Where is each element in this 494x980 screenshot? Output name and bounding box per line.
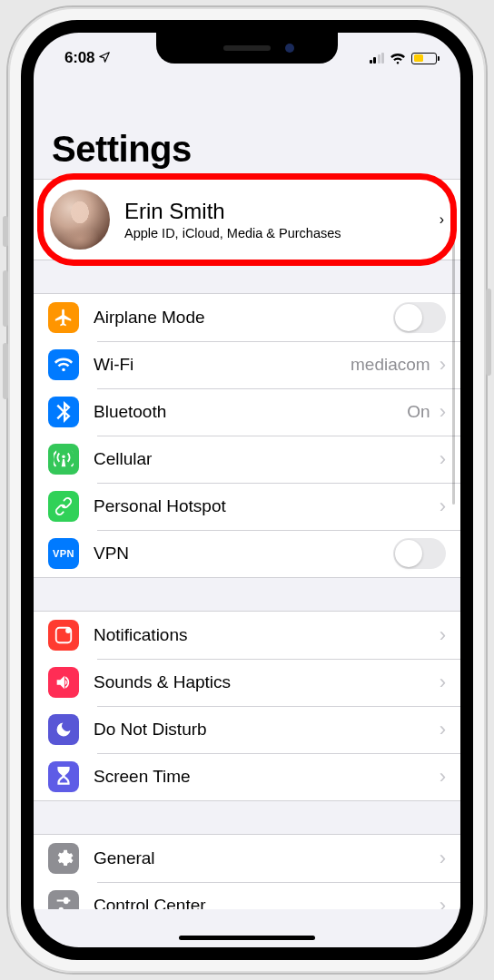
- wifi-status-icon: [390, 53, 406, 64]
- row-wifi[interactable]: Wi-Fi mediacom ›: [34, 341, 460, 388]
- bluetooth-icon: [48, 397, 79, 427]
- row-cellular[interactable]: Cellular ›: [34, 436, 460, 483]
- cellular-signal-icon: [370, 53, 385, 64]
- sliders-icon: [48, 890, 79, 909]
- row-label: Wi-Fi: [94, 355, 351, 375]
- chevron-right-icon: ›: [440, 449, 446, 469]
- chevron-right-icon: ›: [440, 720, 446, 740]
- chevron-right-icon: ›: [440, 496, 446, 516]
- screen: 6:08 Settings Erin Sm: [34, 33, 460, 947]
- row-label: Sounds & Haptics: [94, 672, 440, 692]
- row-label: Notifications: [94, 625, 440, 645]
- mute-switch: [3, 216, 8, 247]
- chevron-right-icon: ›: [440, 767, 446, 787]
- row-value: On: [407, 402, 430, 422]
- hourglass-icon: [48, 761, 79, 792]
- row-label: Bluetooth: [94, 402, 407, 422]
- wifi-icon: [48, 349, 79, 380]
- apple-id-name: Erin Smith: [124, 199, 440, 224]
- row-bluetooth[interactable]: Bluetooth On ›: [34, 388, 460, 436]
- svg-point-1: [65, 628, 71, 633]
- link-icon: [48, 491, 79, 522]
- volume-down-button: [3, 343, 8, 399]
- home-indicator[interactable]: [179, 936, 315, 940]
- volume-up-button: [3, 270, 8, 327]
- row-vpn[interactable]: VPN VPN: [34, 530, 460, 577]
- chevron-right-icon: ›: [440, 672, 446, 692]
- status-time: 6:08: [64, 49, 94, 67]
- phone-body: 6:08 Settings Erin Sm: [21, 20, 473, 960]
- moon-icon: [48, 714, 79, 745]
- row-sounds[interactable]: Sounds & Haptics ›: [34, 659, 460, 706]
- page-title: Settings: [34, 129, 460, 179]
- row-label: Control Center: [94, 896, 440, 909]
- settings-group-notifications: Notifications › Sounds & Haptics › Do No…: [34, 611, 460, 801]
- apple-id-subtitle: Apple ID, iCloud, Media & Purchases: [124, 226, 440, 240]
- gear-icon: [48, 843, 79, 874]
- apple-id-row[interactable]: Erin Smith Apple ID, iCloud, Media & Pur…: [34, 179, 460, 260]
- airplane-toggle[interactable]: [393, 302, 446, 333]
- row-airplane-mode[interactable]: Airplane Mode: [34, 294, 460, 341]
- row-label: General: [94, 848, 440, 868]
- chevron-right-icon: ›: [440, 211, 444, 228]
- chevron-right-icon: ›: [440, 402, 446, 422]
- settings-content: Settings Erin Smith Apple ID, iCloud, Me…: [34, 76, 460, 909]
- power-button: [486, 289, 491, 376]
- row-label: Personal Hotspot: [94, 496, 440, 516]
- row-label: VPN: [94, 544, 393, 564]
- row-label: Cellular: [94, 449, 440, 469]
- notification-icon: [48, 620, 79, 651]
- vpn-icon: VPN: [48, 538, 79, 569]
- battery-icon: [411, 53, 437, 64]
- notch: [156, 33, 338, 64]
- vpn-toggle[interactable]: [393, 538, 446, 569]
- speaker-icon: [48, 667, 79, 698]
- chevron-right-icon: ›: [440, 355, 446, 375]
- settings-group-connectivity: Airplane Mode Wi-Fi mediacom › Bluetooth: [34, 293, 460, 578]
- row-label: Do Not Disturb: [94, 720, 440, 740]
- avatar: [50, 190, 110, 250]
- apple-id-section: Erin Smith Apple ID, iCloud, Media & Pur…: [34, 179, 460, 260]
- row-label: Screen Time: [94, 767, 440, 787]
- row-value: mediacom: [351, 355, 430, 375]
- phone-frame: 6:08 Settings Erin Sm: [6, 5, 488, 975]
- chevron-right-icon: ›: [440, 896, 446, 909]
- chevron-right-icon: ›: [440, 625, 446, 645]
- row-screen-time[interactable]: Screen Time ›: [34, 753, 460, 800]
- scroll-indicator: [452, 214, 455, 505]
- row-general[interactable]: General ›: [34, 835, 460, 882]
- row-control-center[interactable]: Control Center ›: [34, 882, 460, 909]
- row-label: Airplane Mode: [94, 308, 393, 328]
- chevron-right-icon: ›: [440, 848, 446, 868]
- antenna-icon: [48, 444, 79, 475]
- location-icon: [98, 51, 111, 66]
- row-do-not-disturb[interactable]: Do Not Disturb ›: [34, 706, 460, 753]
- settings-group-general: General › Control Center › AA Display & …: [34, 834, 460, 909]
- row-personal-hotspot[interactable]: Personal Hotspot ›: [34, 483, 460, 530]
- row-notifications[interactable]: Notifications ›: [34, 612, 460, 659]
- airplane-icon: [48, 302, 79, 333]
